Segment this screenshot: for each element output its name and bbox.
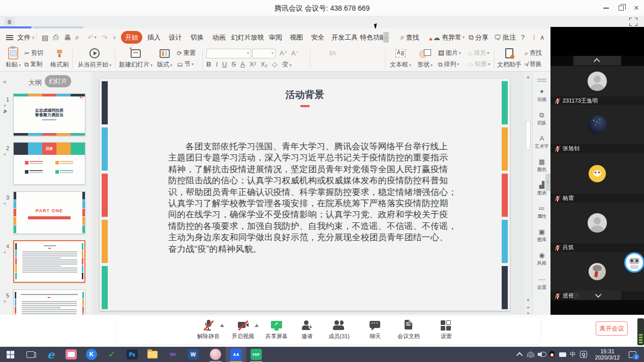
- find-button[interactable]: ⌕查找: [525, 49, 542, 57]
- minimize-button[interactable]: [598, 0, 614, 16]
- taskbar-task-view-icon[interactable]: [20, 347, 41, 362]
- side-settings-icon[interactable]: ⋯设置: [533, 276, 551, 291]
- font-size-combo[interactable]: [252, 49, 275, 58]
- shape-button[interactable]: 形状▾: [415, 47, 435, 69]
- panel-expand-tab[interactable]: ›: [545, 174, 550, 191]
- tab-开始[interactable]: 开始: [121, 31, 142, 44]
- taskbar-word-icon[interactable]: W: [183, 347, 203, 362]
- tray-touchpad-icon[interactable]: [558, 347, 568, 362]
- list-buttons[interactable]: ‖A: [315, 49, 336, 57]
- print-icon[interactable]: 🖶: [64, 28, 71, 46]
- side-color-icon[interactable]: ▦颜色: [533, 158, 551, 173]
- increase-font-button[interactable]: A⁺ A⁻: [280, 49, 299, 57]
- close-button[interactable]: ×: [629, 0, 644, 16]
- meet-unmute-button[interactable]: 解除静音: [197, 320, 220, 340]
- main-menu-icon[interactable]: [6, 28, 13, 46]
- canvas-scrollbar[interactable]: ▲ ▼ ⏶ ⏷: [524, 72, 532, 316]
- font-style-buttons[interactable]: BIUSAX²X₂◇变▾: [206, 60, 296, 69]
- format-painter-button[interactable]: 格式刷: [49, 47, 70, 69]
- preview-icon[interactable]: ⌕: [75, 28, 79, 46]
- dropdown-arrow-icon[interactable]: [220, 324, 224, 327]
- taskbar-visual-studio-icon[interactable]: ∞: [163, 347, 183, 362]
- tab-设计[interactable]: 设计: [167, 28, 184, 46]
- expand-strip[interactable]: [573, 56, 621, 65]
- scrollbar-thumb[interactable]: [526, 120, 531, 150]
- scroll-down-icon[interactable]: ▼: [524, 298, 532, 303]
- tab-安全[interactable]: 安全: [309, 28, 326, 46]
- side-style-icon[interactable]: ◉风格: [533, 251, 551, 267]
- picture-button[interactable]: 🖼图片▾: [438, 49, 461, 57]
- taskbar-start-button[interactable]: [0, 347, 20, 362]
- meet-members-button[interactable]: 成员(31): [326, 320, 352, 340]
- assistant-robot-button[interactable]: [624, 252, 644, 273]
- taskbar-user-avatar-icon[interactable]: [205, 347, 226, 362]
- comment-menu[interactable]: 🗨批注: [494, 28, 516, 46]
- tab-scroll-arrow[interactable]: ›: [383, 32, 389, 43]
- share-menu[interactable]: ⧉分享: [469, 28, 488, 46]
- slide-thumbnail-4[interactable]: [13, 240, 85, 283]
- tray-chevron-up-icon[interactable]: [515, 347, 525, 362]
- copy-button[interactable]: ⧉复制: [24, 60, 43, 69]
- tray-clock[interactable]: 15:312020/3/12: [591, 348, 624, 360]
- find-menu[interactable]: ⌕查找: [401, 28, 419, 46]
- tray-speaker-icon[interactable]: [536, 347, 546, 362]
- meet-settings-button[interactable]: 设置: [435, 320, 458, 340]
- taskbar-edge-icon[interactable]: e: [41, 347, 61, 362]
- prev-slide-icon[interactable]: ⏶: [524, 305, 532, 310]
- tab-outline[interactable]: 大纲: [28, 78, 42, 87]
- textbox-button[interactable]: 文本框▾: [388, 47, 413, 69]
- help-icon[interactable]: ?: [521, 28, 525, 46]
- abnormal-menu[interactable]: ☁有异常▾: [433, 28, 465, 46]
- meet-invite-button[interactable]: 邀请: [295, 320, 319, 340]
- side-properties-icon[interactable]: ≔属性: [533, 205, 551, 220]
- arrange-button[interactable]: ⧉排列▾: [438, 60, 459, 69]
- taskbar-photoshop-icon[interactable]: Ps: [122, 347, 142, 362]
- new-slide-button[interactable]: 新建幻灯片▾: [118, 47, 154, 69]
- quickbar-dropdown-icon[interactable]: ∨: [113, 28, 116, 46]
- doc-assistant-button[interactable]: 文档助手: [496, 47, 523, 69]
- fill-button[interactable]: ◇填充▾: [468, 49, 489, 57]
- tab-动画[interactable]: 动画: [210, 28, 228, 46]
- leave-meeting-button[interactable]: 离开会议: [596, 321, 628, 336]
- replace-button[interactable]: ≉替换: [525, 60, 542, 69]
- tray-q-icon[interactable]: Q: [578, 347, 589, 362]
- tray-qq-icon[interactable]: [547, 347, 557, 362]
- side-animation-icon[interactable]: ✦动画: [533, 88, 551, 103]
- tab-切换[interactable]: 切换: [189, 28, 206, 46]
- panel-collapse-icon[interactable]: «: [3, 78, 7, 85]
- dropdown-arrow-icon[interactable]: [255, 324, 259, 327]
- tab-审阅[interactable]: 审阅: [267, 28, 284, 46]
- font-name-combo[interactable]: [206, 49, 251, 58]
- reset-button[interactable]: ⟳重置: [177, 49, 196, 57]
- tab-幻灯片放映[interactable]: 幻灯片放映: [232, 28, 263, 46]
- layout-button[interactable]: 版式▾: [155, 47, 175, 69]
- slide-thumbnail-1[interactable]: 众志成城同抗疫青春聚力勇担当◄): [13, 93, 85, 136]
- slide-thumbnail-3[interactable]: PART ONE: [13, 191, 85, 234]
- taskbar-tencent-meeting-icon[interactable]: ∧∧: [226, 347, 246, 362]
- play-from-current-button[interactable]: 从当前开始▾: [75, 47, 114, 69]
- paste-button[interactable]: 粘贴▾: [4, 47, 22, 69]
- more-icon[interactable]: ⋮: [531, 28, 537, 46]
- undo-icon[interactable]: ↶▾: [87, 28, 97, 46]
- meet-share-screen-button[interactable]: 共享屏幕: [265, 320, 288, 340]
- section-button[interactable]: 🗂节▾: [177, 60, 194, 69]
- tab-插入[interactable]: 插入: [145, 28, 163, 46]
- current-slide[interactable]: 活动背景 各团支部依托学习强国、青年大学习、腾讯会议等网络平台举行线上主题团日专…: [100, 79, 510, 311]
- side-transition-icon[interactable]: ⧉切换: [533, 111, 551, 126]
- tray-ime-icon[interactable]: 中: [568, 347, 577, 362]
- scroll-up-icon[interactable]: ▲: [524, 75, 532, 79]
- taskbar-explorer-icon[interactable]: [142, 347, 163, 362]
- meet-chat-button[interactable]: 聊天: [363, 320, 387, 340]
- taskbar-bilibili-icon[interactable]: [61, 347, 81, 362]
- file-menu[interactable]: 文件∨: [17, 28, 35, 46]
- tab-开发工具[interactable]: 开发工具: [330, 28, 359, 46]
- meet-docs-button[interactable]: 会议文档: [397, 320, 420, 340]
- toolbar-handle[interactable]: [537, 79, 546, 80]
- slide-thumbnail-2[interactable]: 目录: [13, 142, 85, 185]
- side-wordart-icon[interactable]: A艺术字: [533, 135, 551, 150]
- align-buttons[interactable]: [315, 60, 336, 69]
- export-icon[interactable]: ⎙: [53, 28, 58, 46]
- restore-button[interactable]: [614, 0, 629, 16]
- taskbar-v-app-icon[interactable]: ✓: [102, 347, 122, 362]
- side-gallery-icon[interactable]: ▣图库: [533, 228, 551, 243]
